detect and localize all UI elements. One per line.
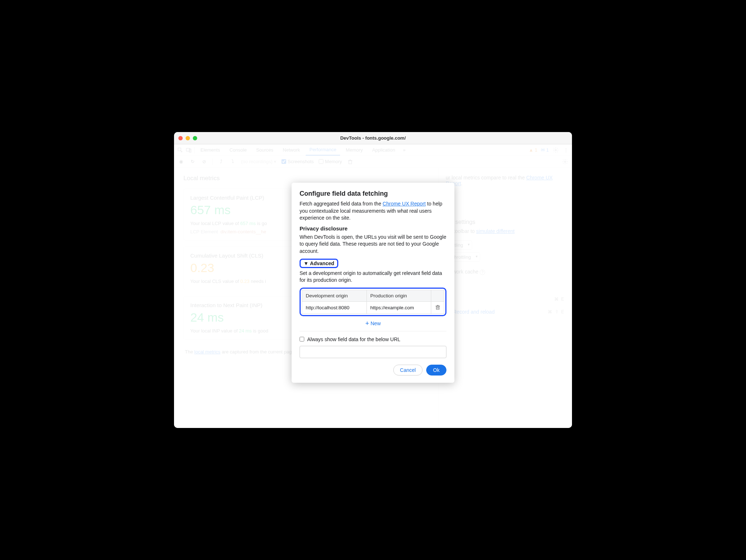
table-header-row: Development origin Production origin bbox=[302, 290, 444, 301]
traffic-lights bbox=[178, 136, 197, 140]
minimize-window-button[interactable] bbox=[186, 136, 190, 140]
url-override-input[interactable] bbox=[300, 346, 446, 358]
close-window-button[interactable] bbox=[178, 136, 183, 140]
dev-origin-header: Development origin bbox=[302, 290, 367, 301]
modal-intro: Fetch aggregated field data from the Chr… bbox=[300, 200, 446, 222]
cancel-button[interactable]: Cancel bbox=[393, 365, 423, 376]
dev-origin-cell[interactable]: http://localhost:8080 bbox=[302, 301, 367, 314]
devtools-window: DevTools - fonts.google.com/ Elements Co… bbox=[174, 132, 572, 428]
privacy-heading: Privacy disclosure bbox=[300, 225, 446, 232]
always-show-checkbox[interactable]: Always show field data for the below URL bbox=[300, 336, 446, 342]
modal-title: Configure field data fetching bbox=[300, 190, 446, 198]
delete-row-icon[interactable] bbox=[435, 305, 440, 310]
field-data-modal: Configure field data fetching Fetch aggr… bbox=[292, 183, 454, 383]
window-title: DevTools - fonts.google.com/ bbox=[340, 135, 406, 141]
new-mapping-button[interactable]: + New bbox=[300, 318, 446, 331]
privacy-text: When DevTools is open, the URLs you visi… bbox=[300, 234, 446, 255]
prod-origin-header: Production origin bbox=[366, 290, 431, 301]
origin-mapping-table: Development origin Production origin htt… bbox=[300, 288, 446, 316]
svg-rect-6 bbox=[436, 306, 439, 309]
zoom-window-button[interactable] bbox=[193, 136, 197, 140]
titlebar: DevTools - fonts.google.com/ bbox=[174, 132, 572, 144]
table-row: http://localhost:8080 https://example.co… bbox=[302, 301, 444, 314]
ok-button[interactable]: Ok bbox=[426, 365, 446, 376]
advanced-toggle[interactable]: ▼ Advanced bbox=[300, 259, 338, 268]
prod-origin-cell[interactable]: https://example.com bbox=[366, 301, 431, 314]
advanced-description: Set a development origin to automaticall… bbox=[300, 270, 446, 284]
crux-link[interactable]: Chrome UX Report bbox=[383, 201, 426, 207]
modal-actions: Cancel Ok bbox=[300, 365, 446, 376]
